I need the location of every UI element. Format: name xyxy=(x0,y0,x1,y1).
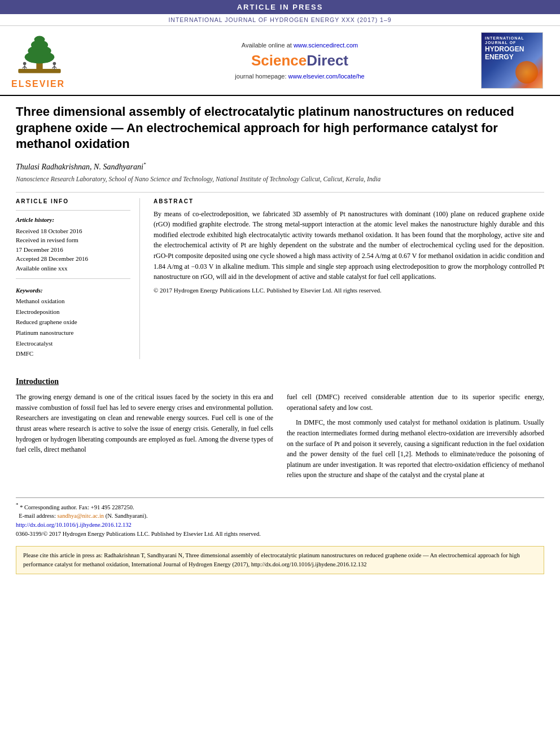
divider xyxy=(16,192,544,193)
keyword-electrodeposition: Electrodeposition xyxy=(16,307,130,317)
elsevier-wordmark: ELSEVIER xyxy=(11,79,65,89)
intro-paragraph-3: In DMFC, the most commonly used catalyst… xyxy=(287,417,544,480)
citation-bar: Please cite this article in press as: Ra… xyxy=(16,546,544,574)
received-revised-label: Received in revised form xyxy=(16,235,130,245)
introduction-section: Introduction The growing energy demand i… xyxy=(16,373,544,480)
header-center: Available online at www.sciencedirect.co… xyxy=(124,32,475,89)
header-section: ELSEVIER Available online at www.science… xyxy=(0,26,560,96)
email-note: E-mail address: sandhya@nitc.ac.in (N. S… xyxy=(16,512,544,521)
available-online-text: Available online at www.sciencedirect.co… xyxy=(242,42,358,49)
abstract-text: By means of co-electrodeposition, we fab… xyxy=(154,209,544,282)
article-info-divider xyxy=(16,210,130,211)
elsevier-tree-icon xyxy=(11,32,68,77)
keyword-dmfc: DMFC xyxy=(16,348,130,359)
keyword-methanol-oxidation: Methanol oxidation xyxy=(16,296,130,307)
journal-cover-title: International Journal of HYDROGEN ENERGY xyxy=(485,36,539,61)
keywords-divider xyxy=(16,278,130,279)
abstract-column: ABSTRACT By means of co-electrodepositio… xyxy=(154,198,544,360)
abstract-heading: ABSTRACT xyxy=(154,198,544,204)
authors: Thulasi Radhakrishnan, N. Sandhyarani* xyxy=(16,161,544,172)
intro-right-column: fuel cell (DMFC) received considerable a… xyxy=(287,392,544,480)
available-online-date: Available online xxx xyxy=(16,264,130,273)
elsevier-logo: ELSEVIER xyxy=(11,32,68,89)
svg-point-10 xyxy=(53,62,56,65)
article-info-column: ARTICLE INFO Article history: Received 1… xyxy=(16,198,140,360)
sciencedirect-logo: ScienceDirect xyxy=(251,52,348,69)
journal-cover-area: International Journal of HYDROGEN ENERGY xyxy=(475,32,549,89)
introduction-heading: Introduction xyxy=(16,377,544,386)
citation-text: Please cite this article in press as: Ra… xyxy=(23,552,520,567)
main-content: Three dimensional assembly of electrocat… xyxy=(0,96,560,486)
email-link[interactable]: sandhya@nitc.ac.in xyxy=(57,513,104,519)
journal-cover: International Journal of HYDROGEN ENERGY xyxy=(481,32,543,89)
journal-homepage-text: journal homepage: www.elsevier.com/locat… xyxy=(235,73,364,80)
elsevier-logo-area: ELSEVIER xyxy=(11,32,124,89)
intro-paragraph-2: fuel cell (DMFC) received considerable a… xyxy=(287,392,544,413)
svg-point-6 xyxy=(23,62,27,65)
article-info-abstract-section: ARTICLE INFO Article history: Received 1… xyxy=(16,198,544,360)
copyright-text: © 2017 Hydrogen Energy Publications LLC.… xyxy=(154,287,544,294)
keywords-label: Keywords: xyxy=(16,287,130,294)
received-date: Received 18 October 2016 xyxy=(16,226,130,236)
article-title: Three dimensional assembly of electrocat… xyxy=(16,104,544,152)
corresponding-author-note: * * Corresponding author. Fax: +91 495 2… xyxy=(16,501,544,512)
article-info-heading: ARTICLE INFO xyxy=(16,198,130,204)
svg-point-5 xyxy=(34,36,45,43)
sciencedirect-url[interactable]: www.sciencedirect.com xyxy=(294,42,358,49)
issn-text: 0360-3199/© 2017 Hydrogen Energy Publica… xyxy=(16,530,544,539)
keyword-platinum-nanostructure: Platinum nanostructure xyxy=(16,327,130,338)
affiliation: Nanoscience Research Laboratory, School … xyxy=(16,174,544,184)
article-history-label: Article history: xyxy=(16,216,130,223)
article-in-press-banner: ARTICLE IN PRESS xyxy=(0,0,560,14)
keyword-reduced-graphene-oxide: Reduced graphene oxide xyxy=(16,317,130,327)
intro-paragraph-1: The growing energy demand is one of the … xyxy=(16,392,273,455)
revised-date: 17 December 2016 xyxy=(16,245,130,255)
journal-homepage-url[interactable]: www.elsevier.com/locate/he xyxy=(288,73,365,80)
intro-left-column: The growing energy demand is one of the … xyxy=(16,392,273,480)
keyword-electrocatalyst: Electrocatalyst xyxy=(16,338,130,349)
introduction-body: The growing energy demand is one of the … xyxy=(16,392,544,480)
accepted-date: Accepted 28 December 2016 xyxy=(16,254,130,264)
doi-link[interactable]: http://dx.doi.org/10.1016/j.ijhydene.201… xyxy=(16,521,544,530)
footnote-area: * * Corresponding author. Fax: +91 495 2… xyxy=(16,497,544,539)
journal-cover-circle-icon xyxy=(515,61,538,84)
journal-subtitle: INTERNATIONAL JOURNAL OF HYDROGEN ENERGY… xyxy=(0,14,560,26)
